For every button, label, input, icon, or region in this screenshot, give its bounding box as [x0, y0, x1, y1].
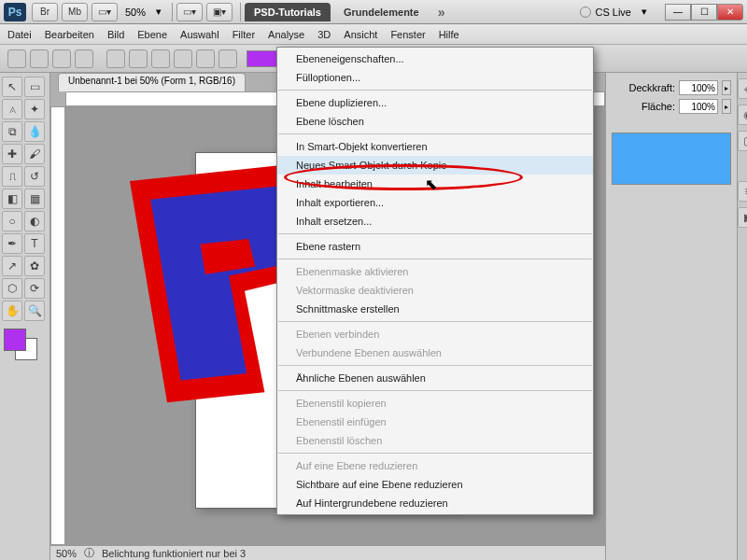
zoom-tool[interactable]: 🔍	[24, 301, 45, 321]
actions-panel-icon[interactable]: ▶	[738, 207, 747, 228]
brush-tool[interactable]: 🖌	[24, 144, 45, 164]
minimize-button[interactable]: —	[665, 4, 691, 21]
menu-item[interactable]: Auf Hintergrundebene reduzieren	[277, 494, 593, 512]
menu-item[interactable]: Neues Smart-Objekt durch Kopie	[277, 156, 593, 175]
hand-tool[interactable]: ✋	[2, 301, 22, 321]
layer-thumbnail[interactable]	[612, 133, 731, 185]
workspace-tab-active[interactable]: PSD-Tutorials	[245, 3, 331, 21]
menu-item[interactable]: Inhalt exportieren...	[277, 193, 593, 212]
status-bar: 50% ⓘ Belichtung funktioniert nur bei 3	[50, 545, 605, 560]
3drotate-tool[interactable]: ⟳	[24, 278, 45, 299]
paths-panel-icon[interactable]: ▢	[738, 131, 747, 151]
menu-analyse[interactable]: Analyse	[268, 29, 304, 40]
workspace-tab[interactable]: Grundelemente	[334, 3, 429, 21]
color-swatches[interactable]	[2, 329, 45, 364]
ruler-vertical	[50, 106, 65, 545]
maximize-button[interactable]: ☐	[691, 4, 717, 21]
menu-item: Ebenenstil einfügen	[277, 413, 593, 431]
arrange-button[interactable]: ▭▾	[176, 3, 203, 21]
dodge-tool[interactable]: ◐	[24, 211, 45, 231]
menu-item[interactable]: Fülloptionen...	[277, 68, 593, 87]
fill-input[interactable]	[679, 99, 718, 114]
cslive-icon	[580, 7, 591, 18]
menu-item[interactable]: Ähnliche Ebenen auswählen	[277, 369, 593, 387]
crop-tool[interactable]: ⧉	[2, 121, 22, 142]
menu-ebene[interactable]: Ebene	[137, 29, 167, 40]
gradient-tool[interactable]: ▦	[24, 189, 45, 209]
document-tab[interactable]: Unbenannt-1 bei 50% (Form 1, RGB/16)	[58, 73, 246, 91]
menu-bearbeiten[interactable]: Bearbeiten	[45, 29, 94, 40]
pen-tool[interactable]: ✒	[2, 233, 22, 254]
shape-roundrect[interactable]	[129, 49, 148, 68]
blur-tool[interactable]: ○	[2, 211, 22, 231]
menu-item[interactable]: In Smart-Objekt konvertieren	[277, 137, 593, 156]
menu-fenster[interactable]: Fenster	[390, 29, 425, 40]
menu-item[interactable]: Ebene rastern	[277, 237, 593, 256]
menu-3d[interactable]: 3D	[317, 29, 331, 40]
view-extras-button[interactable]: ▭▾	[92, 3, 118, 21]
menu-hilfe[interactable]: Hilfe	[439, 29, 459, 40]
fill-label: Fläche:	[641, 101, 675, 112]
menu-item: Auf eine Ebene reduzieren	[277, 456, 593, 475]
menu-item[interactable]: Ebene duplizieren...	[277, 93, 593, 112]
zoom-level[interactable]: 50%	[125, 7, 146, 18]
patch-tool[interactable]: ✚	[2, 144, 22, 164]
shape-polygon[interactable]	[174, 49, 192, 68]
menu-item: Ebenenmaske aktivieren	[277, 262, 593, 281]
type-tool[interactable]: T	[24, 233, 45, 254]
more-workspaces[interactable]: »	[438, 5, 445, 20]
menu-item[interactable]: Inhalt ersetzen...	[277, 212, 593, 231]
layer-properties: Deckkraft: ▸ Fläche: ▸	[606, 73, 737, 560]
cslive-label[interactable]: CS Live	[595, 7, 631, 18]
menu-item[interactable]: Inhalt bearbeiten	[277, 175, 593, 193]
menu-datei[interactable]: Datei	[7, 29, 32, 40]
bridge-button[interactable]: Br	[32, 3, 58, 21]
wand-tool[interactable]: ✦	[24, 99, 45, 119]
3d-tool[interactable]: ⬡	[2, 278, 22, 299]
menu-ansicht[interactable]: Ansicht	[344, 29, 377, 40]
menu-item[interactable]: Sichtbare auf eine Ebene reduzieren	[277, 475, 593, 494]
history-panel-icon[interactable]: ≡	[738, 181, 747, 202]
shape-layers[interactable]	[30, 49, 49, 68]
opacity-label: Deckkraft:	[628, 82, 675, 93]
opacity-input[interactable]	[679, 80, 718, 95]
eyedropper-tool[interactable]: 💧	[24, 121, 45, 142]
shape-ellipse[interactable]	[151, 49, 170, 68]
status-zoom[interactable]: 50%	[56, 548, 77, 559]
shape-tool[interactable]: ✿	[24, 256, 45, 276]
titlebar: Ps Br Mb ▭▾ 50%▾ ▭▾ ▣▾ PSD-Tutorials Gru…	[0, 0, 747, 24]
stamp-tool[interactable]: ⎍	[2, 166, 22, 187]
menu-item: Vektormaske deaktivieren	[277, 281, 593, 300]
fill-flyout[interactable]: ▸	[722, 99, 731, 114]
panel-dock: ◈ ◉ ▢ ≡ ▶	[737, 73, 747, 560]
opacity-flyout[interactable]: ▸	[722, 80, 731, 95]
fg-color[interactable]	[4, 329, 26, 351]
screen-mode-button[interactable]: ▣▾	[206, 3, 233, 21]
move-tool[interactable]: ↖	[2, 77, 22, 97]
eraser-tool[interactable]: ◧	[2, 189, 22, 209]
marquee-tool[interactable]: ▭	[24, 77, 45, 97]
layers-panel-icon[interactable]: ◈	[738, 78, 747, 99]
right-panels: Deckkraft: ▸ Fläche: ▸ ◈ ◉ ▢ ≡ ▶	[605, 73, 747, 560]
menu-item[interactable]: Ebeneneigenschaften...	[277, 49, 593, 68]
channels-panel-icon[interactable]: ◉	[738, 105, 747, 125]
menu-filter[interactable]: Filter	[233, 29, 255, 40]
menu-item[interactable]: Schnittmaske erstellen	[277, 300, 593, 318]
minibridge-button[interactable]: Mb	[62, 3, 88, 21]
menu-bild[interactable]: Bild	[107, 29, 124, 40]
fill-pixels[interactable]	[75, 49, 93, 68]
lasso-tool[interactable]: ⟑	[2, 99, 22, 119]
paths[interactable]	[52, 49, 71, 68]
history-tool[interactable]: ↺	[24, 166, 45, 187]
menu-item[interactable]: Ebene löschen	[277, 112, 593, 131]
shape-rect[interactable]	[106, 49, 125, 68]
menu-auswahl[interactable]: Auswahl	[180, 29, 219, 40]
shape-custom[interactable]	[218, 49, 237, 68]
menu-item: Ebenen verbinden	[277, 325, 593, 343]
path-tool[interactable]: ↗	[2, 256, 22, 276]
shape-line[interactable]	[196, 49, 215, 68]
status-info-icon: ⓘ	[84, 546, 94, 560]
app-logo: Ps	[4, 3, 26, 21]
close-button[interactable]: ✕	[717, 4, 743, 21]
tool-preset[interactable]	[7, 49, 26, 68]
